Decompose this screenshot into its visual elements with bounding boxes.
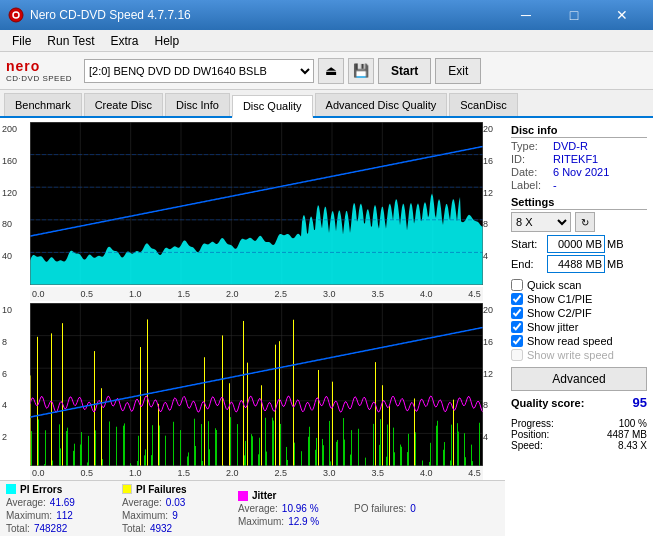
show-jitter-label: Show jitter xyxy=(527,321,578,333)
y-axis-right-upper: 20 16 12 8 4 xyxy=(483,122,503,285)
stats-area: PI Errors Average: 41.69 Maximum: 112 To… xyxy=(0,480,505,536)
disc-label-value: - xyxy=(553,179,557,191)
upper-chart-canvas xyxy=(30,122,483,285)
start-input[interactable] xyxy=(547,235,605,253)
app-icon xyxy=(8,7,24,23)
exit-button[interactable]: Exit xyxy=(435,58,481,84)
pi-failures-average-value: 0.03 xyxy=(166,497,185,508)
show-jitter-checkbox[interactable] xyxy=(511,321,523,333)
menubar: File Run Test Extra Help xyxy=(0,30,653,52)
show-c1-pie-checkbox[interactable] xyxy=(511,293,523,305)
speed-row: Speed: 8.43 X xyxy=(511,440,647,451)
po-failures-label: PO failures: xyxy=(354,503,406,514)
tab-disc-info[interactable]: Disc Info xyxy=(165,93,230,116)
pi-errors-title: PI Errors xyxy=(20,484,62,495)
close-button[interactable]: ✕ xyxy=(599,0,645,30)
show-c2-pif-row: Show C2/PIF xyxy=(511,307,647,319)
refresh-button[interactable]: ↻ xyxy=(575,212,595,232)
show-read-speed-checkbox[interactable] xyxy=(511,335,523,347)
y-axis-left-lower: 10 8 6 4 2 xyxy=(2,303,30,466)
pi-errors-average-label: Average: xyxy=(6,497,46,508)
app-title: Nero CD-DVD Speed 4.7.7.16 xyxy=(30,8,191,22)
advanced-button[interactable]: Advanced xyxy=(511,367,647,391)
menu-file[interactable]: File xyxy=(4,32,39,50)
jitter-average-value: 10.96 % xyxy=(282,503,319,514)
show-c2-pif-checkbox[interactable] xyxy=(511,307,523,319)
right-panel: Disc info Type: DVD-R ID: RITEKF1 Date: … xyxy=(505,118,653,536)
lower-chart-area: 10 8 6 4 2 20 16 12 8 4 xyxy=(2,303,503,466)
upper-chart-area: 200 160 120 80 40 20 16 12 8 4 xyxy=(2,122,503,285)
disc-date-row: Date: 6 Nov 2021 xyxy=(511,166,647,178)
menu-run-test[interactable]: Run Test xyxy=(39,32,102,50)
jitter-average-row: Average: 10.96 % xyxy=(238,503,338,514)
disc-id-value: RITEKF1 xyxy=(553,153,598,165)
pi-errors-average-row: Average: 41.69 xyxy=(6,497,106,508)
titlebar: Nero CD-DVD Speed 4.7.7.16 ─ □ ✕ xyxy=(0,0,653,30)
pi-failures-total-value: 4932 xyxy=(150,523,172,534)
pi-errors-max-value: 112 xyxy=(56,510,73,521)
toolbar: nero CD·DVD SPEED [2:0] BENQ DVD DD DW16… xyxy=(0,52,653,90)
nero-logo-top: nero xyxy=(6,58,40,74)
start-button[interactable]: Start xyxy=(378,58,431,84)
pi-failures-max-row: Maximum: 9 xyxy=(122,510,222,521)
pi-failures-max-value: 9 xyxy=(172,510,178,521)
progress-value: 100 % xyxy=(619,418,647,429)
checkboxes-section: Quick scan Show C1/PIE Show C2/PIF Show … xyxy=(511,279,647,363)
tab-advanced-disc-quality[interactable]: Advanced Disc Quality xyxy=(315,93,448,116)
show-read-speed-label: Show read speed xyxy=(527,335,613,347)
pi-errors-max-label: Maximum: xyxy=(6,510,52,521)
start-mb-row: Start: MB xyxy=(511,235,647,253)
show-c1-pie-label: Show C1/PIE xyxy=(527,293,592,305)
progress-row: Progress: 100 % xyxy=(511,418,647,429)
po-failures-value: 0 xyxy=(410,503,416,514)
tab-disc-quality[interactable]: Disc Quality xyxy=(232,95,313,118)
end-mb-row: End: MB xyxy=(511,255,647,273)
pi-failures-average-row: Average: 0.03 xyxy=(122,497,222,508)
menu-help[interactable]: Help xyxy=(147,32,188,50)
disc-label-row: Label: - xyxy=(511,179,647,191)
tab-scandisc[interactable]: ScanDisc xyxy=(449,93,517,116)
tab-create-disc[interactable]: Create Disc xyxy=(84,93,163,116)
start-label: Start: xyxy=(511,238,545,250)
maximize-button[interactable]: □ xyxy=(551,0,597,30)
window-controls: ─ □ ✕ xyxy=(503,0,645,30)
menu-extra[interactable]: Extra xyxy=(102,32,146,50)
show-c2-pif-label: Show C2/PIF xyxy=(527,307,592,319)
jitter-title: Jitter xyxy=(252,490,276,501)
pi-errors-average-value: 41.69 xyxy=(50,497,75,508)
x-axis-upper: 0.0 0.5 1.0 1.5 2.0 2.5 3.0 3.5 4.0 4.5 xyxy=(30,287,483,301)
jitter-max-row: Maximum: 12.9 % xyxy=(238,516,338,527)
pi-failures-max-label: Maximum: xyxy=(122,510,168,521)
quality-score-value: 95 xyxy=(633,395,647,410)
quick-scan-label: Quick scan xyxy=(527,279,581,291)
position-label: Position: xyxy=(511,429,549,440)
show-write-speed-label: Show write speed xyxy=(527,349,614,361)
disc-date-label: Date: xyxy=(511,166,549,178)
jitter-legend: Jitter Average: 10.96 % Maximum: 12.9 % xyxy=(238,490,338,527)
eject-button[interactable]: ⏏ xyxy=(318,58,344,84)
disc-label-label: Label: xyxy=(511,179,549,191)
po-failures-section: PO failures: 0 xyxy=(354,503,416,514)
drive-selector[interactable]: [2:0] BENQ DVD DD DW1640 BSLB xyxy=(84,59,314,83)
tab-benchmark[interactable]: Benchmark xyxy=(4,93,82,116)
save-button[interactable]: 💾 xyxy=(348,58,374,84)
po-failures-row: PO failures: 0 xyxy=(354,503,416,514)
pi-errors-max-row: Maximum: 112 xyxy=(6,510,106,521)
show-read-speed-row: Show read speed xyxy=(511,335,647,347)
disc-type-value: DVD-R xyxy=(553,140,588,152)
charts-container: 200 160 120 80 40 20 16 12 8 4 xyxy=(0,118,505,480)
end-input[interactable] xyxy=(547,255,605,273)
speed-row: 8 X ↻ xyxy=(511,212,647,232)
pi-errors-total-row: Total: 748282 xyxy=(6,523,106,534)
main-content: 200 160 120 80 40 20 16 12 8 4 xyxy=(0,118,653,536)
pi-failures-legend: PI Failures Average: 0.03 Maximum: 9 Tot… xyxy=(122,484,222,534)
jitter-color xyxy=(238,491,248,501)
nero-logo: nero CD·DVD SPEED xyxy=(6,58,72,83)
quick-scan-row: Quick scan xyxy=(511,279,647,291)
minimize-button[interactable]: ─ xyxy=(503,0,549,30)
pi-failures-total-label: Total: xyxy=(122,523,146,534)
nero-logo-bottom: CD·DVD SPEED xyxy=(6,74,72,83)
quick-scan-checkbox[interactable] xyxy=(511,279,523,291)
speed-selector[interactable]: 8 X xyxy=(511,212,571,232)
pi-errors-total-label: Total: xyxy=(6,523,30,534)
